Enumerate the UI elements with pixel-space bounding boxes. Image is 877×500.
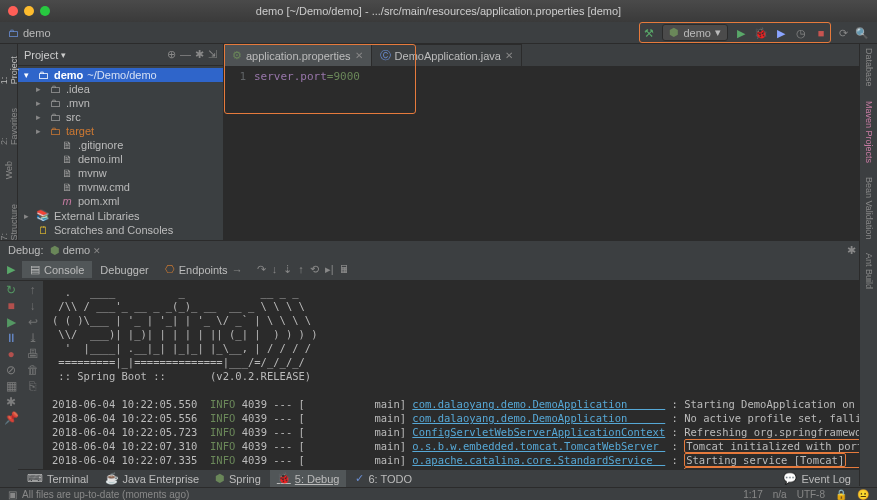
project-tree[interactable]: ▾ 🗀 demo ~/Demo/demo ▸🗀.idea ▸🗀.mvn ▸🗀sr… (18, 66, 223, 239)
build-icon[interactable]: ⚒ (642, 26, 656, 40)
caret-right-icon[interactable]: ▸ (36, 126, 44, 136)
collapse-icon[interactable]: — (180, 48, 191, 61)
debug-tab-console[interactable]: ▤Console (22, 261, 92, 278)
project-view-selector[interactable]: Project (24, 49, 58, 61)
tree-external-libraries[interactable]: ▸📚External Libraries (18, 208, 223, 223)
lock-icon[interactable]: 🔒 (835, 489, 847, 500)
scroll-target-icon[interactable]: ⊕ (167, 48, 176, 61)
tree-item-gitignore[interactable]: 🗎.gitignore (18, 138, 223, 152)
clear-icon[interactable]: 🗑 (24, 363, 41, 377)
tree-root[interactable]: ▾ 🗀 demo ~/Demo/demo (18, 68, 223, 82)
caret-right-icon[interactable]: ▸ (36, 84, 44, 94)
mute-breakpoints-icon[interactable]: ⊘ (2, 363, 20, 377)
close-icon[interactable]: ✕ (355, 50, 363, 61)
tool-bean-validation[interactable]: Bean Validation (864, 177, 874, 239)
line-number: 1 (224, 70, 254, 83)
hide-icon[interactable]: ⇲ (208, 48, 217, 61)
layout-icon[interactable]: ▦ (2, 379, 20, 393)
debug-icon[interactable]: 🐞 (754, 26, 768, 40)
scroll-end-icon[interactable]: ⤓ (24, 331, 41, 345)
pin-icon[interactable]: 📌 (2, 411, 20, 425)
tool-structure[interactable]: 7: Structure (0, 196, 19, 240)
force-step-icon[interactable]: ⇣ (283, 263, 292, 276)
debug-tab-debugger[interactable]: Debugger (92, 262, 156, 278)
tree-item-mvnw[interactable]: 🗎mvnw (18, 166, 223, 180)
tree-item-mvnwcmd[interactable]: 🗎mvnw.cmd (18, 180, 223, 194)
print-icon[interactable]: 🖶 (24, 347, 41, 361)
tool-database[interactable]: Database (864, 48, 874, 87)
console-output[interactable]: . ____ _ __ _ _ /\\ / ___'_ __ _ _(_)_ _… (44, 281, 877, 481)
step-over-icon[interactable]: ↷ (257, 263, 266, 276)
resume-icon[interactable]: ▶ (2, 315, 20, 329)
search-icon[interactable]: 🔍 (855, 26, 869, 40)
caret-right-icon[interactable]: ▸ (24, 211, 32, 221)
tree-item-mvn[interactable]: ▸🗀.mvn (18, 96, 223, 110)
debug-target: demo (63, 244, 91, 256)
leaf-icon: ⬢ (669, 26, 679, 39)
bottom-java-enterprise[interactable]: ☕Java Enterprise (98, 470, 206, 488)
tab-application-properties[interactable]: ⚙ application.properties ✕ (224, 44, 372, 66)
tool-favorites[interactable]: 2: Favorites (0, 100, 19, 145)
tree-scratches[interactable]: 🗒Scratches and Consoles (18, 223, 223, 237)
tree-item-iml[interactable]: 🗎demo.iml (18, 152, 223, 166)
log-line: 2018-06-04 10:22:07.310 INFO 4039 --- [ … (52, 439, 869, 453)
log-line: 2018-06-04 10:22:05.556 INFO 4039 --- [ … (52, 411, 869, 425)
stop-icon[interactable]: ■ (814, 26, 828, 40)
hector-icon[interactable]: 😐 (857, 489, 869, 500)
leaf-icon: ⬢ (215, 472, 225, 485)
tool-ant[interactable]: Ant Build (864, 253, 874, 289)
up-icon[interactable]: ↑ (24, 283, 41, 297)
coverage-icon[interactable]: ▶ (774, 26, 788, 40)
settings-icon[interactable]: ✱ (2, 395, 20, 409)
close-icon[interactable]: ✕ (93, 246, 101, 256)
tab-demo-application[interactable]: Ⓒ DemoApplication.java ✕ (372, 44, 522, 66)
pause-icon[interactable]: ⏸ (2, 331, 20, 345)
tree-root-path: ~/Demo/demo (87, 69, 156, 81)
tree-item-target[interactable]: ▸🗀target (18, 124, 223, 138)
editor-body[interactable]: 1server.port=9000 (224, 66, 877, 240)
step-into-icon[interactable]: ↓ (272, 263, 278, 276)
rerun-icon[interactable]: ▶ (7, 263, 15, 275)
run-config-selector[interactable]: ⬢ demo ▾ (662, 24, 728, 41)
tool-web[interactable]: Web (4, 161, 14, 179)
profile-icon[interactable]: ◷ (794, 26, 808, 40)
folder-icon: 🗀 (48, 111, 62, 123)
run-icon[interactable]: ▶ (734, 26, 748, 40)
log-line: 2018-06-04 10:22:05.550 INFO 4039 --- [ … (52, 397, 869, 411)
debug-side-actions: ↻ ■ ▶ ⏸ ● ⊘ ▦ ✱ 📌 (0, 281, 22, 481)
tree-item-idea[interactable]: ▸🗀.idea (18, 82, 223, 96)
soft-wrap-icon[interactable]: ↩ (24, 315, 41, 329)
tree-item-src[interactable]: ▸🗀src (18, 110, 223, 124)
chevron-down-icon[interactable]: ▾ (61, 50, 66, 60)
debug-tab-endpoints[interactable]: ⎔Endpoints → (157, 261, 251, 278)
drop-frame-icon[interactable]: ⟲ (310, 263, 319, 276)
rerun-icon[interactable]: ↻ (2, 283, 20, 297)
bottom-spring[interactable]: ⬢Spring (208, 470, 268, 488)
gear-icon[interactable]: ✱ (195, 48, 204, 61)
caret-down-icon[interactable]: ▾ (24, 70, 32, 80)
event-log[interactable]: 💬Event Log (783, 472, 859, 485)
bottom-debug[interactable]: 🐞5: Debug (270, 470, 347, 488)
window-icon[interactable]: ▣ (8, 489, 17, 500)
bottom-todo[interactable]: ✓6: TODO (348, 470, 419, 488)
stop-icon[interactable]: ■ (2, 299, 20, 313)
run-to-cursor-icon[interactable]: ▸| (325, 263, 334, 276)
endpoints-icon: ⎔ (165, 263, 175, 276)
down-icon[interactable]: ↓ (24, 299, 41, 313)
gear-icon[interactable]: ✱ (847, 244, 856, 257)
update-icon[interactable]: ⟳ (836, 26, 850, 40)
step-out-icon[interactable]: ↑ (298, 263, 304, 276)
encoding[interactable]: UTF-8 (797, 489, 825, 500)
view-breakpoints-icon[interactable]: ● (2, 347, 20, 361)
evaluate-icon[interactable]: 🖩 (339, 263, 350, 276)
filter-icon[interactable]: ⎘ (24, 379, 41, 393)
tree-item-pom[interactable]: mpom.xml (18, 194, 223, 208)
tool-maven[interactable]: Maven Projects (864, 101, 874, 163)
breadcrumb-root[interactable]: demo (23, 27, 51, 39)
caret-right-icon[interactable]: ▸ (36, 98, 44, 108)
caret-right-icon[interactable]: ▸ (36, 112, 44, 122)
close-icon[interactable]: ✕ (505, 50, 513, 61)
tool-project[interactable]: 1: Project (0, 48, 19, 84)
bottom-terminal[interactable]: ⌨Terminal (20, 470, 96, 488)
status-message: All files are up-to-date (moments ago) (22, 489, 189, 500)
